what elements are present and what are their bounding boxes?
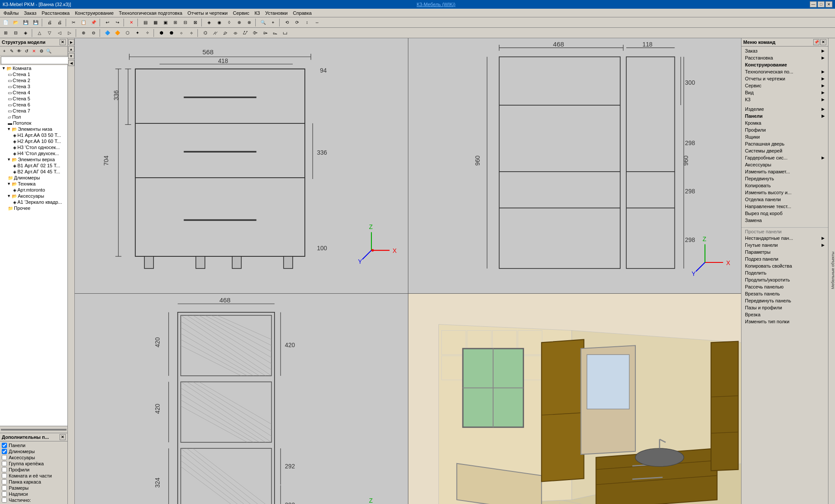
tree-refresh-btn[interactable]: ↺ bbox=[23, 47, 30, 54]
tb2-btn6[interactable]: ◁ bbox=[55, 29, 64, 37]
cmd-item-0[interactable]: Заказ▶ bbox=[741, 47, 828, 54]
tb-redo[interactable]: ↪ bbox=[113, 18, 122, 27]
tb-btn10[interactable]: ⊕ bbox=[234, 18, 244, 27]
cmd-item-4[interactable]: Отчеты и чертежи▶ bbox=[741, 75, 828, 82]
tb2-btn9[interactable]: ⊖ bbox=[89, 29, 98, 37]
tree-add-btn[interactable]: + bbox=[1, 47, 8, 54]
tb2-btn5[interactable]: ▽ bbox=[45, 29, 54, 37]
menu-service[interactable]: Сервис bbox=[230, 10, 252, 17]
viewport-bottom-left[interactable]: 468 420 420 324 420 292 292 bbox=[75, 294, 408, 504]
checkbox-4[interactable] bbox=[2, 467, 7, 472]
left-tab-3[interactable]: ▼ bbox=[68, 53, 74, 59]
tree-item-2[interactable]: ▭Стена 2 bbox=[0, 77, 67, 83]
cmd-item-19[interactable]: Передвинуть bbox=[741, 175, 828, 182]
menu-tech[interactable]: Технологическая подготовка bbox=[116, 10, 185, 17]
tree-delete-btn[interactable]: ✕ bbox=[30, 47, 37, 54]
tb-paste[interactable]: 📌 bbox=[89, 18, 98, 27]
tb-cut[interactable]: ✂ bbox=[69, 18, 78, 27]
cmd-item-1[interactable]: Расстановка▶ bbox=[741, 54, 828, 61]
tb-btn2[interactable]: ▦ bbox=[150, 18, 160, 27]
tb2-btn7[interactable]: ▷ bbox=[65, 29, 74, 37]
menu-reports[interactable]: Отчеты и чертежи bbox=[185, 10, 230, 17]
tb2-btn15[interactable]: ⬢ bbox=[157, 29, 166, 37]
tb-btn17[interactable]: ↔ bbox=[312, 18, 322, 27]
tb2-btn23[interactable]: ⌰ bbox=[240, 29, 250, 37]
tb-btn5[interactable]: ⊟ bbox=[180, 18, 190, 27]
tree-item-1[interactable]: ▭Стена 1 bbox=[0, 71, 67, 77]
tb-print2[interactable]: 🖨 bbox=[55, 18, 64, 27]
tree-item-15[interactable]: ▼📂Элементы верха bbox=[0, 156, 67, 162]
tb-btn16[interactable]: ↕ bbox=[302, 18, 312, 27]
checkbox-9[interactable] bbox=[2, 497, 7, 503]
tree-search-input[interactable] bbox=[1, 56, 68, 64]
maximize-button[interactable]: □ bbox=[818, 1, 825, 7]
tree-item-22[interactable]: ◈А1 'Зеркало квадр... bbox=[0, 199, 67, 205]
tree-item-12[interactable]: ◈Н2 Арт.АА 10 60 Т... bbox=[0, 138, 67, 144]
checkbox-3[interactable] bbox=[2, 461, 7, 466]
cmd-item-9[interactable]: Изделие▶ bbox=[741, 106, 828, 113]
tb-open[interactable]: 📂 bbox=[11, 18, 20, 27]
tree-item-17[interactable]: ◈В2 Арт.АГ 04 45 Т... bbox=[0, 169, 67, 175]
cmd-item-18[interactable]: Изменить парамет... bbox=[741, 168, 828, 175]
cmd-item-39[interactable]: Врезка bbox=[741, 311, 828, 318]
tree-item-4[interactable]: ▭Стена 4 bbox=[0, 90, 67, 96]
wiki-link[interactable]: К3-Мебель (WIKi) bbox=[417, 2, 455, 7]
tree-item-5[interactable]: ▭Стена 5 bbox=[0, 96, 67, 102]
tb2-btn12[interactable]: ⬡ bbox=[123, 29, 132, 37]
tb2-btn4[interactable]: △ bbox=[35, 29, 44, 37]
tb-undo[interactable]: ↩ bbox=[103, 18, 112, 27]
tree-item-13[interactable]: ◈Н3 'Стол односек... bbox=[0, 144, 67, 150]
tb2-btn8[interactable]: ⊕ bbox=[79, 29, 88, 37]
tree-item-14[interactable]: ◈Н4 'Стол двухсек... bbox=[0, 150, 67, 156]
cmd-item-3[interactable]: Технологическая по...▶ bbox=[741, 68, 828, 75]
tb2-btn18[interactable]: ⟡ bbox=[187, 29, 196, 37]
tree-view-btn[interactable]: 👁 bbox=[16, 47, 23, 54]
tb-btn8[interactable]: ◉ bbox=[214, 18, 224, 27]
cmd-item-30[interactable]: Параметры bbox=[741, 249, 828, 255]
tb2-btn2[interactable]: ⊟ bbox=[11, 29, 20, 37]
tb2-btn24[interactable]: ⌱ bbox=[250, 29, 260, 37]
cmd-item-12[interactable]: Профили bbox=[741, 126, 828, 133]
cmd-item-40[interactable]: Изменить тип полки bbox=[741, 318, 828, 325]
cmd-item-24[interactable]: Вырез под короб bbox=[741, 210, 828, 217]
tree-item-11[interactable]: ◈Н1 Арт.АА 03 50 Т... bbox=[0, 132, 67, 138]
cmd-item-14[interactable]: Распашная дверь bbox=[741, 140, 828, 147]
tb-btn13[interactable]: ⌖ bbox=[268, 18, 278, 27]
cmd-item-17[interactable]: Аксессуары bbox=[741, 161, 828, 168]
tb-btn3[interactable]: ▣ bbox=[160, 18, 170, 27]
left-tab-2[interactable]: ▲ bbox=[68, 46, 74, 52]
checkbox-5[interactable] bbox=[2, 473, 7, 478]
tree-item-8[interactable]: ▱Пол bbox=[0, 114, 67, 120]
checkbox-6[interactable] bbox=[2, 479, 7, 484]
tb2-btn3[interactable]: ◈ bbox=[21, 29, 30, 37]
tb2-btn25[interactable]: ⌲ bbox=[261, 29, 270, 37]
left-tab-4[interactable]: ◀ bbox=[68, 60, 74, 66]
checkbox-0[interactable] bbox=[2, 443, 7, 448]
tree-item-3[interactable]: ▭Стена 3 bbox=[0, 83, 67, 90]
tb-btn4[interactable]: ⊞ bbox=[170, 18, 180, 27]
cmd-item-13[interactable]: Ящики bbox=[741, 133, 828, 140]
cmd-item-20[interactable]: Копировать bbox=[741, 182, 828, 189]
cmd-item-7[interactable]: К3▶ bbox=[741, 96, 828, 103]
tree-item-7[interactable]: ▭Стена 7 bbox=[0, 108, 67, 114]
tb2-btn1[interactable]: ⊞ bbox=[1, 29, 10, 37]
cmd-item-16[interactable]: Гардеробные сис...▶ bbox=[741, 154, 828, 161]
menu-settings[interactable]: Установки bbox=[263, 10, 291, 17]
tb2-btn10[interactable]: 🔷 bbox=[103, 29, 112, 37]
checkbox-2[interactable] bbox=[2, 455, 7, 460]
tree-scrollbar[interactable] bbox=[0, 426, 67, 433]
struct-close-btn[interactable]: ✕ bbox=[60, 39, 66, 45]
right-close-btn[interactable]: ✕ bbox=[820, 39, 826, 45]
tb-delete[interactable]: ✕ bbox=[127, 18, 136, 27]
checkbox-7[interactable] bbox=[2, 485, 7, 491]
cmd-item-34[interactable]: Продлить/укоротить bbox=[741, 276, 828, 283]
viewport-top-left[interactable]: 568 418 94 336 336 bbox=[75, 38, 408, 293]
cmd-item-31[interactable]: Подрез панели bbox=[741, 255, 828, 262]
menu-layout[interactable]: Расстановка bbox=[39, 10, 72, 17]
tb2-btn27[interactable]: ⌴ bbox=[281, 29, 290, 37]
tree-item-16[interactable]: ◈В1 Арт.АГ 02 15 Т... bbox=[0, 162, 67, 169]
tree-item-20[interactable]: ◈Арт.mtoronto bbox=[0, 187, 67, 193]
tb-btn7[interactable]: ◈ bbox=[204, 18, 214, 27]
tree-item-6[interactable]: ▭Стена 6 bbox=[0, 102, 67, 108]
tree-item-21[interactable]: ▼📂Аксессуары bbox=[0, 193, 67, 199]
